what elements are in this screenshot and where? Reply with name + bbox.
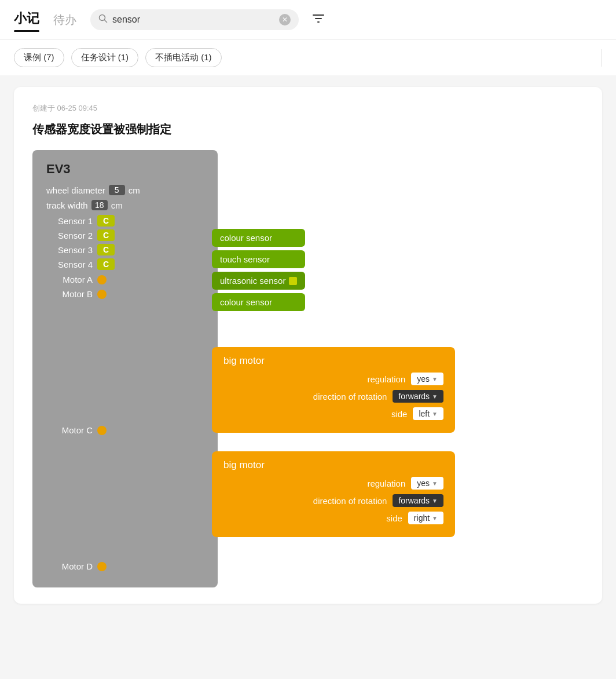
sensor-label-1: Sensor 2 (46, 231, 93, 240)
motor-c-connector (97, 426, 107, 435)
note-date: 创建于 06-25 09:45 (32, 103, 584, 114)
wheel-diameter-row: wheel diameter 5 cm (46, 185, 204, 195)
motor-c-regulation-label: regulation (367, 479, 405, 488)
motor-b-side-dropdown[interactable]: left ▼ (413, 407, 443, 420)
motor-d-connector (97, 562, 107, 571)
wheel-diameter-label: wheel diameter (46, 185, 105, 195)
header: 小记 待办 ✕ (0, 0, 616, 40)
motor-c-block-title: big motor (223, 459, 443, 471)
sensor-dropdown-0[interactable]: colour sensor (212, 229, 305, 247)
ev3-title: EV3 (46, 162, 204, 177)
search-clear-button[interactable]: ✕ (279, 14, 291, 25)
track-width-row: track width 18 cm (46, 200, 204, 210)
motor-a-label: Motor A (46, 275, 93, 284)
motor-c-rotation-label: direction of rotation (313, 496, 387, 506)
motor-b-side-row: side left ▼ (223, 407, 443, 420)
sensor-dropdown-3[interactable]: colour sensor (212, 293, 305, 311)
category-pill-2[interactable]: 不插电活动 (1) (145, 48, 222, 67)
sensor-label-0: Sensor 1 (46, 216, 93, 226)
motor-c-label: Motor C (46, 425, 93, 435)
category-pill-1[interactable]: 任务设计 (1) (71, 48, 139, 67)
sensor-tag-3: C (97, 258, 115, 270)
motor-b-rotation-dropdown[interactable]: forwards ▼ (393, 390, 443, 403)
header-right: ✕ (90, 9, 325, 30)
motor-b-rotation-arrow: ▼ (432, 393, 438, 400)
motor-row-a: Motor A (46, 275, 204, 284)
motor-row-b: Motor B (46, 289, 204, 299)
motor-b-connector (97, 290, 107, 299)
track-width-label: track width (46, 200, 88, 210)
motor-c-side-arrow: ▼ (432, 515, 438, 521)
tab-todo[interactable]: 待办 (53, 12, 76, 28)
motor-c-rotation-row: direction of rotation forwards ▼ (223, 494, 443, 507)
ultrasonic-indicator (289, 277, 297, 285)
motor-b-rotation-row: direction of rotation forwards ▼ (223, 390, 443, 403)
note-title: 传感器宽度设置被强制指定 (32, 122, 584, 137)
motor-c-rotation-arrow: ▼ (432, 498, 438, 504)
sensor-row-2: Sensor 3 C (46, 244, 204, 255)
sensor-dropdown-2[interactable]: ultrasonic sensor (212, 272, 305, 290)
ev3-container: EV3 wheel diameter 5 cm track width 18 c… (32, 150, 218, 587)
motor-b-block: big motor regulation yes ▼ direction of … (212, 347, 455, 433)
sensor-tag-0: C (97, 215, 115, 227)
motor-c-spacer (46, 435, 204, 557)
track-width-unit: cm (111, 200, 123, 210)
motor-c-regulation-arrow: ▼ (432, 480, 438, 487)
sensor-label-3: Sensor 4 (46, 260, 93, 269)
sensor-dropdown-1[interactable]: touch sensor (212, 250, 305, 268)
search-bar: ✕ (90, 9, 299, 30)
sensor-label-2: Sensor 3 (46, 245, 93, 255)
motor-b-block-title: big motor (223, 355, 443, 367)
category-bar: 课例 (7) 任务设计 (1) 不插电活动 (1) (0, 40, 616, 75)
note-card: 创建于 06-25 09:45 传感器宽度设置被强制指定 EV3 wheel d… (14, 87, 602, 604)
ev3-block: EV3 wheel diameter 5 cm track width 18 c… (32, 150, 218, 587)
search-input[interactable] (112, 14, 274, 25)
motor-row-d: Motor D (46, 561, 204, 571)
wheel-diameter-unit: cm (129, 185, 140, 195)
motor-b-rotation-label: direction of rotation (313, 392, 387, 401)
motor-b-regulation-arrow: ▼ (432, 376, 438, 382)
category-divider (602, 49, 602, 67)
sensor-tag-2: C (97, 244, 115, 255)
sensor-dropdowns: colour sensor touch sensor ultrasonic se… (212, 229, 305, 311)
motor-b-side-arrow: ▼ (432, 411, 438, 417)
motor-b-label: Motor B (46, 289, 93, 299)
motor-b-regulation-row: regulation yes ▼ (223, 373, 443, 385)
motor-c-side-label: side (386, 513, 402, 523)
sensor-row-3: Sensor 4 C (46, 258, 204, 270)
category-pill-0[interactable]: 课例 (7) (14, 48, 64, 67)
search-icon (98, 14, 108, 25)
wheel-diameter-value[interactable]: 5 (109, 185, 125, 195)
motor-a-connector (97, 275, 107, 284)
motor-row-c: Motor C (46, 425, 204, 435)
motor-c-regulation-row: regulation yes ▼ (223, 477, 443, 490)
svg-line-1 (105, 20, 107, 23)
motor-c-block: big motor regulation yes ▼ direction of … (212, 451, 455, 537)
tab-notes[interactable]: 小记 (14, 10, 39, 30)
motor-b-regulation-label: regulation (367, 374, 405, 384)
filter-icon[interactable] (311, 12, 325, 28)
motor-d-label: Motor D (46, 561, 93, 571)
motor-b-regulation-dropdown[interactable]: yes ▼ (411, 373, 443, 385)
sensor-row-0: Sensor 1 C (46, 215, 204, 227)
motor-c-regulation-dropdown[interactable]: yes ▼ (411, 477, 443, 490)
motor-c-rotation-dropdown[interactable]: forwards ▼ (393, 494, 443, 507)
motor-c-side-row: side right ▼ (223, 512, 443, 524)
motor-b-spacer (46, 299, 204, 421)
sensor-row-1: Sensor 2 C (46, 229, 204, 241)
track-width-value[interactable]: 18 (91, 200, 108, 210)
motor-b-side-label: side (391, 409, 408, 419)
motor-c-side-dropdown[interactable]: right ▼ (408, 512, 443, 524)
sensor-tag-1: C (97, 229, 115, 241)
